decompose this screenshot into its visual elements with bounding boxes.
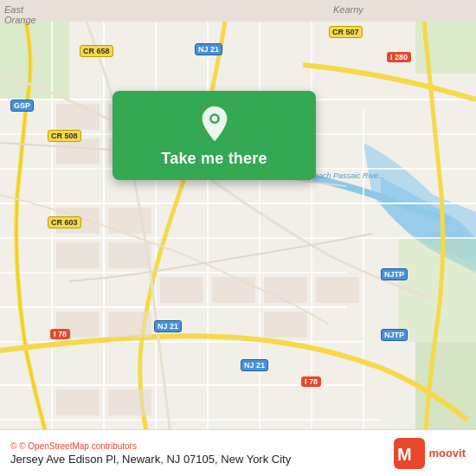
moovit-logo: M moovit (394, 438, 466, 469)
svg-rect-37 (264, 312, 307, 338)
cr508-badge: CR 508 (48, 130, 81, 142)
nj21-badge-2: NJ 21 (154, 320, 182, 332)
svg-rect-28 (108, 208, 151, 234)
osm-credit-text: © OpenStreetMap contributors (19, 441, 137, 451)
i78-badge-2: I 78 (301, 376, 321, 387)
pin-icon (196, 105, 234, 143)
svg-rect-31 (212, 277, 255, 303)
svg-rect-29 (108, 242, 151, 268)
osm-copyright-symbol: © (10, 441, 16, 451)
map-container: EastOrange Kearny Harrison Reach Passaic… (0, 0, 476, 476)
i280-badge: I 280 (387, 52, 411, 62)
njtp-badge-1: NJTP (381, 268, 408, 280)
address-text: Jersey Ave Edison Pl, Newark, NJ 07105, … (10, 453, 291, 466)
address-section: © © OpenStreetMap contributors Jersey Av… (10, 441, 291, 466)
njtp-badge-2: NJTP (381, 329, 408, 341)
cr507-badge: CR 507 (329, 26, 363, 38)
nj21-badge-1: NJ 21 (195, 43, 222, 55)
svg-rect-27 (56, 242, 100, 268)
moovit-logo-icon: M (394, 438, 425, 469)
kearny-label: Kearny (333, 4, 363, 15)
osm-credit: © © OpenStreetMap contributors (10, 441, 291, 451)
nj21-badge-3: NJ 21 (241, 359, 268, 371)
gsp-badge: GSP (10, 100, 34, 112)
svg-rect-35 (108, 389, 151, 415)
svg-rect-38 (316, 277, 359, 303)
svg-rect-30 (160, 277, 203, 303)
svg-rect-33 (108, 312, 151, 338)
svg-rect-36 (264, 277, 307, 303)
svg-rect-34 (56, 389, 100, 415)
location-card: Take me there (113, 91, 316, 180)
cr603-badge: CR 603 (48, 216, 81, 228)
bottom-bar: © © OpenStreetMap contributors Jersey Av… (0, 429, 476, 476)
svg-rect-24 (56, 138, 100, 164)
svg-point-40 (211, 116, 217, 122)
svg-rect-22 (56, 104, 100, 130)
i78-badge-1: I 78 (50, 329, 70, 339)
svg-rect-1 (0, 22, 69, 100)
east-orange-label: EastOrange (4, 4, 36, 25)
cr658-badge: CR 658 (80, 45, 113, 57)
map-svg (0, 0, 476, 476)
svg-text:M: M (397, 445, 412, 464)
moovit-brand-text: moovit (428, 447, 466, 460)
take-me-there-button[interactable]: Take me there (161, 150, 267, 168)
